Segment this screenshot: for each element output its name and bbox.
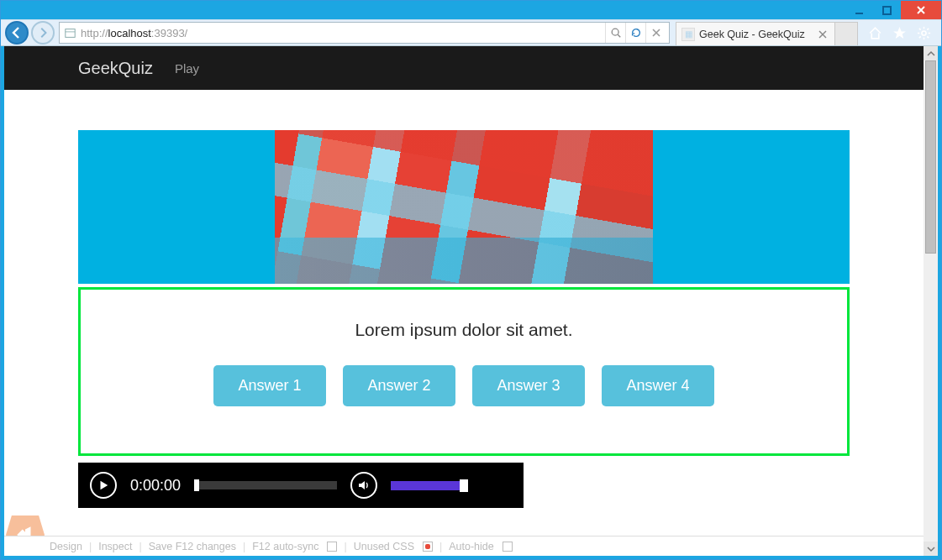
svg-line-17 [919,28,921,29]
svg-line-20 [919,36,921,38]
window-titlebar [1,1,941,19]
answer-button-2[interactable]: Answer 2 [343,365,455,406]
window-minimize-button[interactable] [845,1,873,19]
scroll-down-icon[interactable] [924,542,938,556]
forward-button[interactable] [31,21,55,44]
volume-icon[interactable] [350,472,377,499]
scroll-up-icon[interactable] [924,46,938,60]
page-body: Lorem ipsum dolor sit amet. Answer 1 Ans… [4,130,924,508]
svg-line-18 [927,36,929,38]
url-bar-container: http://localhost:39393/ [59,20,672,45]
browser-toolbar: http://localhost:39393/ ▦ Ge [1,19,941,46]
dev-toolbar: Design | Inspect | Save F12 changes | F1… [4,536,924,556]
media-time: 0:00:00 [130,477,181,495]
nav-play-link[interactable]: Play [175,61,199,76]
viewport: GeekQuiz Play Lorem ipsum dolor sit amet… [4,46,938,556]
nav-buttons [1,20,59,45]
seek-head[interactable] [194,479,199,491]
window-close-button[interactable] [901,1,941,19]
app-navbar: GeekQuiz Play [4,46,924,90]
media-player: 0:00:00 [78,463,524,508]
scroll-thumb[interactable] [925,60,936,254]
tab-close-icon[interactable] [816,28,829,41]
url-text: http://localhost:39393/ [81,27,605,39]
search-icon[interactable] [605,23,625,43]
svg-point-12 [922,30,926,34]
svg-point-6 [612,29,618,35]
browser-window: http://localhost:39393/ ▦ Ge [0,0,942,560]
devbar-autosync-label: F12 auto-sync [252,541,318,552]
page-favicon-icon [63,26,76,39]
answer-button-4[interactable]: Answer 4 [602,365,714,406]
devbar-design[interactable]: Design [50,541,82,552]
devbar-unused-label: Unused CSS [354,541,414,552]
tab-title: Geek Quiz - GeekQuiz [699,29,805,40]
answer-button-1[interactable]: Answer 1 [213,365,326,406]
quiz-card: Lorem ipsum dolor sit amet. Answer 1 Ans… [78,287,850,456]
back-button[interactable] [5,21,29,44]
devbar-autohide-label: Auto-hide [449,541,494,552]
refresh-icon[interactable] [625,23,645,43]
answer-button-3[interactable]: Answer 3 [472,365,585,406]
vertical-scrollbar[interactable] [924,46,938,556]
page: GeekQuiz Play Lorem ipsum dolor sit amet… [4,46,924,556]
url-bar-end [605,23,666,43]
banner [78,130,850,284]
svg-line-19 [927,28,929,29]
devbar-autosync-checkbox[interactable] [327,542,337,552]
devbar-autohide-checkbox[interactable] [503,542,513,552]
home-icon[interactable] [868,26,882,40]
devbar-save[interactable]: Save F12 changes [149,541,236,552]
svg-rect-1 [883,7,891,14]
browser-right-icons [858,20,941,45]
favorites-icon[interactable] [892,26,907,40]
window-maximize-button[interactable] [873,1,901,19]
quiz-question: Lorem ipsum dolor sit amet. [97,320,830,340]
volume-head[interactable] [460,479,468,492]
seek-bar[interactable] [194,481,337,489]
brand-link[interactable]: GeekQuiz [78,59,153,78]
url-bar[interactable]: http://localhost:39393/ [59,22,670,44]
gear-icon[interactable] [917,26,931,40]
devbar-unused-checkbox[interactable] [423,542,433,552]
svg-line-7 [618,34,620,37]
new-tab-button[interactable] [834,22,858,45]
browser-tab[interactable]: ▦ Geek Quiz - GeekQuiz [676,22,835,45]
stop-icon[interactable] [645,23,666,43]
tab-favicon-icon: ▦ [682,28,695,41]
svg-rect-4 [65,29,74,37]
banner-image [275,130,653,284]
play-icon[interactable] [90,472,117,499]
answer-row: Answer 1 Answer 2 Answer 3 Answer 4 [97,365,830,406]
scroll-track[interactable] [924,60,938,542]
devbar-inspect[interactable]: Inspect [98,541,132,552]
tab-strip: ▦ Geek Quiz - GeekQuiz [676,20,858,45]
volume-bar[interactable] [391,481,468,490]
